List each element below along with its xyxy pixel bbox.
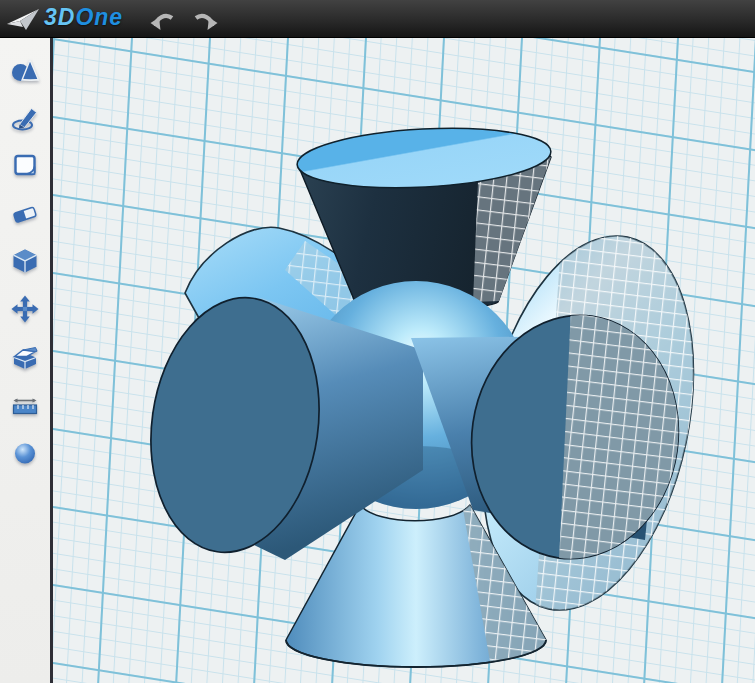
eraser-icon <box>10 198 40 228</box>
sphere-cone-shapes-icon <box>10 54 40 84</box>
plane-square-icon <box>10 150 40 180</box>
scene-3d <box>53 38 755 683</box>
tool-sidebar <box>0 38 53 683</box>
undo-button[interactable] <box>145 3 179 35</box>
ruler-icon <box>10 390 40 420</box>
brand-suffix: One <box>75 4 123 30</box>
pen-sketch-icon <box>10 102 40 132</box>
app-logo[interactable]: 3DOne <box>0 6 123 32</box>
open-box-icon <box>10 342 40 372</box>
paper-plane-icon <box>6 6 40 32</box>
tool-move[interactable] <box>8 294 42 324</box>
brand-prefix: 3D <box>44 4 75 30</box>
render-sphere-icon <box>10 438 40 468</box>
tool-measure[interactable] <box>8 390 42 420</box>
redo-button[interactable] <box>189 3 223 35</box>
tool-solid-cube[interactable] <box>8 246 42 276</box>
tool-trim[interactable] <box>8 198 42 228</box>
tool-shell-extract[interactable] <box>8 342 42 372</box>
cube-icon <box>10 246 40 276</box>
redo-arrow-icon <box>192 5 220 33</box>
top-bar: 3DOne <box>0 0 755 38</box>
viewport-3d[interactable] <box>53 38 755 683</box>
tool-sketch-plane[interactable] <box>8 150 42 180</box>
tool-sketch[interactable] <box>8 102 42 132</box>
app-title: 3DOne <box>44 6 123 31</box>
tool-basic-shapes[interactable] <box>8 54 42 84</box>
tool-material[interactable] <box>8 438 42 468</box>
undo-arrow-icon <box>148 5 176 33</box>
move-arrows-icon <box>10 294 40 324</box>
